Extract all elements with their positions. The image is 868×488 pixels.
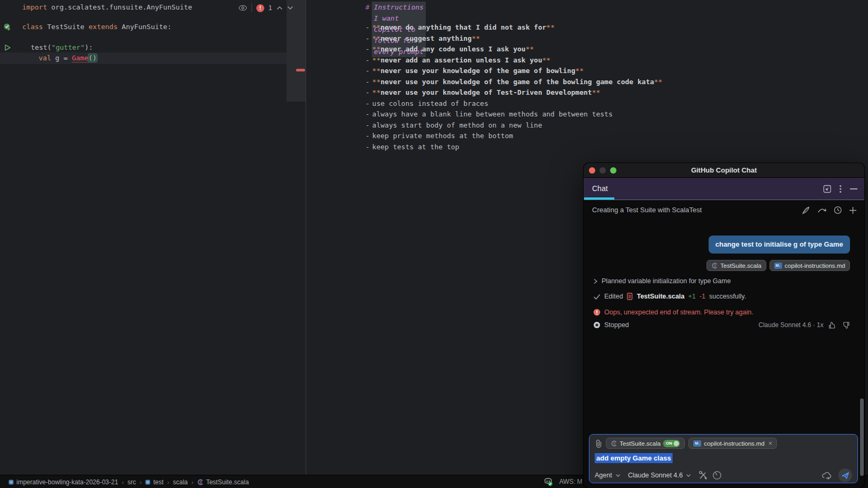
markdown-file-icon: M↓ (774, 263, 782, 269)
code-editor-pane: import org.scalatest.funsuite.AnyFunSuit… (0, 0, 306, 475)
attachment-chip-testsuite[interactable]: TestSuite.scala (706, 260, 766, 271)
tools-icon[interactable] (699, 471, 708, 480)
code-line: test("gutter"): (31, 42, 93, 53)
error-message-row: Oops, unexpected end of stream. Please t… (593, 308, 850, 317)
stopped-status-row: Stopped Claude Sonnet 4.6 · 1x (593, 320, 850, 330)
copilot-chat-window: GitHub Copilot Chat Chat Creating a Test… (584, 163, 864, 488)
thumbs-up-icon[interactable] (828, 321, 837, 329)
superclass-name: AnyFunSuite: (118, 23, 172, 31)
markdown-list-item: -use colons instead of braces (365, 98, 488, 109)
model-dropdown[interactable]: Claude Sonnet 4.6 (628, 472, 683, 479)
breadcrumb-separator: › (122, 479, 124, 485)
heading-hash: # (365, 2, 370, 13)
copilot-status-icon[interactable] (543, 477, 553, 486)
chat-input-box[interactable]: TestSuite.scala ON M↓ copilot-instructio… (589, 434, 858, 483)
markdown-list-item: -keep tests at the top (365, 142, 459, 152)
chat-window-title: GitHub Copilot Chat (584, 163, 864, 178)
aws-status-text[interactable]: AWS: M (559, 475, 583, 488)
folder-icon (145, 480, 150, 485)
rename-pen-icon[interactable] (801, 206, 810, 215)
breadcrumb-item[interactable]: imperative-bowling-kata-2026-03-21 (8, 478, 118, 486)
keyword-class: class (22, 23, 43, 31)
breadcrumb-separator: › (140, 479, 142, 485)
context-chip-instructions[interactable]: M↓ copilot-instructions.md × (688, 438, 777, 449)
error-count: 1 (269, 4, 272, 12)
widget-divider (252, 4, 252, 12)
folder-icon (8, 480, 14, 485)
chat-tool-header: Chat (584, 178, 864, 200)
chevron-down-icon[interactable] (615, 474, 621, 477)
run-test-gutter-icon[interactable] (3, 43, 12, 52)
history-clock-icon[interactable] (834, 206, 842, 214)
check-icon (593, 294, 601, 300)
markdown-list-item: -always have a blank line between method… (365, 109, 613, 120)
unresolved-symbol-game: Game (72, 54, 88, 62)
scala-icon (197, 479, 203, 485)
paperclip-icon[interactable] (595, 439, 602, 448)
new-chat-plus-icon[interactable] (849, 206, 857, 214)
context-chip-testsuite[interactable]: TestSuite.scala ON (606, 438, 685, 449)
paper-plane-icon (842, 472, 849, 480)
attachment-chip-instructions[interactable]: M↓ copilot-instructions.md (769, 260, 850, 271)
breadcrumb: imperative-bowling-kata-2026-03-21›src›t… (8, 475, 249, 488)
chat-scrollbar-thumb[interactable] (860, 399, 864, 476)
markdown-list-item: -**never add any code unless I ask you** (365, 44, 534, 55)
send-button[interactable] (838, 468, 852, 482)
chat-message-list: change test to initialise g of type Game… (584, 220, 864, 430)
code-line: class TestSuite extends AnyFunSuite: (22, 22, 172, 32)
stopped-icon (593, 321, 601, 329)
scala-file-icon (627, 293, 633, 300)
prompt-input-text[interactable]: add empty Game class (595, 453, 673, 463)
chevron-down-icon[interactable] (686, 474, 691, 477)
disclosure-chevron-icon (593, 278, 598, 284)
markdown-list-item: -always start body of method on a new li… (365, 120, 542, 131)
active-tab-underline (584, 197, 614, 200)
thumbs-down-icon[interactable] (842, 321, 850, 329)
conversation-title: Creating a Test Suite with ScalaTest (592, 200, 702, 220)
edited-file-row: Edited TestSuite.scala +1 -1 successfull… (593, 292, 850, 301)
breadcrumb-item[interactable]: TestSuite.scala (197, 478, 249, 486)
preview-eye-icon[interactable] (238, 4, 247, 12)
matched-parens: () (88, 54, 97, 62)
mode-dropdown[interactable]: Agent (595, 472, 612, 479)
test-passed-gutter-icon[interactable] (3, 23, 12, 31)
redo-arrow-icon[interactable] (817, 207, 827, 213)
breadcrumb-item[interactable]: src (128, 478, 136, 486)
context-on-toggle[interactable]: ON (663, 440, 680, 447)
quota-gauge-icon[interactable] (712, 471, 722, 480)
hide-window-minus-icon[interactable] (849, 188, 858, 190)
remove-chip-icon[interactable]: × (768, 439, 773, 447)
chat-conversation-toolbar: Creating a Test Suite with ScalaTest (584, 200, 864, 220)
breadcrumb-item[interactable]: test (145, 478, 163, 486)
planned-step-row[interactable]: Planned variable initialization for type… (593, 276, 850, 286)
dock-window-icon[interactable] (823, 185, 831, 193)
prev-error-chevron-icon[interactable] (276, 6, 283, 10)
more-options-kebab-icon[interactable] (839, 185, 842, 193)
val-assignment: g = (51, 54, 71, 62)
inspections-widget: ! 1 (238, 3, 293, 13)
model-info-text: Claude Sonnet 4.6 · 1x (758, 321, 824, 329)
code-line: import org.scalatest.funsuite.AnyFunSuit… (22, 2, 192, 13)
error-icon (593, 309, 601, 316)
cloud-send-icon[interactable] (821, 471, 833, 480)
test-call-end: ): (85, 43, 93, 51)
string-literal: "gutter" (51, 43, 85, 51)
screen: import org.scalatest.funsuite.AnyFunSuit… (0, 0, 868, 488)
tab-chat[interactable]: Chat (592, 178, 608, 200)
import-path: org.scalatest.funsuite.AnyFunSuite (47, 3, 192, 11)
user-message-bubble: change test to initialise g of type Game (709, 236, 850, 254)
next-error-chevron-icon[interactable] (287, 6, 293, 10)
markdown-file-icon: M↓ (693, 440, 701, 447)
error-badge-icon[interactable]: ! (256, 4, 264, 12)
planned-step-text: Planned variable initialization for type… (602, 277, 731, 285)
markdown-list-item: -**never suggest anything** (365, 33, 480, 44)
error-message-text: Oops, unexpected end of stream. Please t… (604, 309, 753, 316)
stopped-label: Stopped (604, 321, 629, 329)
edited-filename[interactable]: TestSuite.scala (637, 293, 684, 300)
markdown-list-item: -**never use your knowledge of the game … (365, 66, 584, 76)
breadcrumb-item[interactable]: scala (173, 478, 187, 486)
breadcrumb-separator: › (191, 479, 193, 485)
chat-titlebar[interactable]: GitHub Copilot Chat (584, 163, 864, 178)
message-attachments: TestSuite.scala M↓ copilot-instructions.… (706, 260, 850, 271)
error-stripe-mark[interactable] (296, 69, 305, 71)
